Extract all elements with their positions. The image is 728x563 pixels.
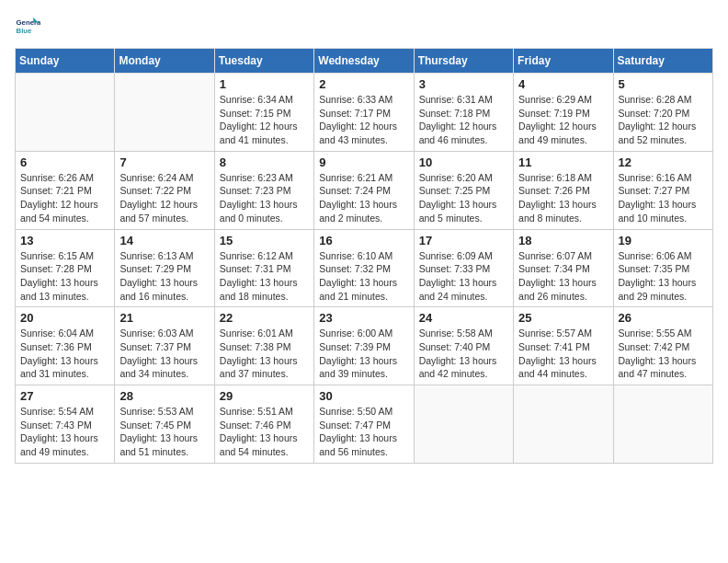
calendar-cell: 11Sunrise: 6:18 AM Sunset: 7:26 PM Dayli… [514,151,613,229]
calendar-cell: 3Sunrise: 6:31 AM Sunset: 7:18 PM Daylig… [414,74,513,152]
calendar-cell: 22Sunrise: 6:01 AM Sunset: 7:38 PM Dayli… [214,307,313,385]
calendar-cell: 30Sunrise: 5:50 AM Sunset: 7:47 PM Dayli… [314,385,414,464]
day-number: 28 [119,389,209,403]
calendar-cell: 21Sunrise: 6:03 AM Sunset: 7:37 PM Dayli… [115,307,214,385]
day-info: Sunrise: 5:53 AM Sunset: 7:45 PM Dayligh… [119,405,209,459]
calendar-week-row: 27Sunrise: 5:54 AM Sunset: 7:43 PM Dayli… [16,385,713,464]
day-header-saturday: Saturday [613,49,712,74]
day-number: 12 [619,155,708,169]
calendar-cell: 9Sunrise: 6:21 AM Sunset: 7:24 PM Daylig… [314,151,414,229]
calendar-cell: 29Sunrise: 5:51 AM Sunset: 7:46 PM Dayli… [214,385,313,464]
day-info: Sunrise: 6:21 AM Sunset: 7:24 PM Dayligh… [319,171,408,225]
day-number: 11 [518,155,608,169]
calendar-cell: 28Sunrise: 5:53 AM Sunset: 7:45 PM Dayli… [115,385,214,464]
day-number: 29 [220,389,309,403]
day-info: Sunrise: 6:33 AM Sunset: 7:17 PM Dayligh… [319,93,408,147]
calendar-cell: 19Sunrise: 6:06 AM Sunset: 7:35 PM Dayli… [613,229,712,307]
day-number: 14 [119,234,209,247]
day-info: Sunrise: 6:24 AM Sunset: 7:22 PM Dayligh… [119,171,209,225]
day-number: 2 [319,77,408,91]
logo: General Blue [15,15,44,40]
day-number: 18 [518,234,608,247]
day-number: 9 [319,155,408,169]
calendar-cell [115,74,214,152]
day-info: Sunrise: 6:20 AM Sunset: 7:25 PM Dayligh… [419,171,508,225]
day-number: 27 [20,389,109,403]
calendar-week-row: 20Sunrise: 6:04 AM Sunset: 7:36 PM Dayli… [16,307,713,385]
calendar-cell: 7Sunrise: 6:24 AM Sunset: 7:22 PM Daylig… [115,151,214,229]
day-info: Sunrise: 6:10 AM Sunset: 7:32 PM Dayligh… [319,249,408,304]
day-number: 15 [220,234,309,247]
day-number: 3 [419,77,508,91]
day-number: 23 [319,311,408,325]
calendar-cell [414,385,513,464]
day-number: 20 [20,311,109,325]
day-info: Sunrise: 5:55 AM Sunset: 7:42 PM Dayligh… [619,327,708,381]
day-number: 1 [220,77,309,91]
day-info: Sunrise: 6:04 AM Sunset: 7:36 PM Dayligh… [20,327,109,381]
calendar-cell [16,74,115,152]
calendar-week-row: 1Sunrise: 6:34 AM Sunset: 7:15 PM Daylig… [16,74,713,152]
day-info: Sunrise: 6:09 AM Sunset: 7:33 PM Dayligh… [419,249,508,304]
day-info: Sunrise: 6:29 AM Sunset: 7:19 PM Dayligh… [518,93,608,147]
day-info: Sunrise: 6:13 AM Sunset: 7:29 PM Dayligh… [119,249,209,304]
day-number: 21 [119,311,209,325]
svg-text:Blue: Blue [17,27,33,35]
day-number: 4 [518,77,608,91]
day-header-tuesday: Tuesday [214,49,313,74]
day-number: 13 [20,234,109,247]
day-info: Sunrise: 6:07 AM Sunset: 7:34 PM Dayligh… [518,249,608,304]
day-header-monday: Monday [115,49,214,74]
day-info: Sunrise: 6:23 AM Sunset: 7:23 PM Dayligh… [220,171,309,225]
day-info: Sunrise: 6:28 AM Sunset: 7:20 PM Dayligh… [619,93,708,147]
day-header-thursday: Thursday [414,49,513,74]
day-info: Sunrise: 6:06 AM Sunset: 7:35 PM Dayligh… [619,249,708,304]
calendar-cell: 18Sunrise: 6:07 AM Sunset: 7:34 PM Dayli… [514,229,613,307]
calendar-cell: 12Sunrise: 6:16 AM Sunset: 7:27 PM Dayli… [613,151,712,229]
day-header-friday: Friday [514,49,613,74]
day-number: 6 [20,155,109,169]
day-number: 19 [619,234,708,247]
calendar-cell [613,385,712,464]
day-info: Sunrise: 6:18 AM Sunset: 7:26 PM Dayligh… [518,171,608,225]
calendar-cell: 2Sunrise: 6:33 AM Sunset: 7:17 PM Daylig… [314,74,414,152]
day-info: Sunrise: 6:16 AM Sunset: 7:27 PM Dayligh… [619,171,708,225]
day-info: Sunrise: 6:26 AM Sunset: 7:21 PM Dayligh… [20,171,109,225]
calendar-cell: 16Sunrise: 6:10 AM Sunset: 7:32 PM Dayli… [314,229,414,307]
day-info: Sunrise: 6:01 AM Sunset: 7:38 PM Dayligh… [220,327,309,381]
day-number: 8 [220,155,309,169]
day-info: Sunrise: 6:34 AM Sunset: 7:15 PM Dayligh… [220,93,309,147]
day-info: Sunrise: 6:00 AM Sunset: 7:39 PM Dayligh… [319,327,408,381]
calendar-cell: 23Sunrise: 6:00 AM Sunset: 7:39 PM Dayli… [314,307,414,385]
day-number: 25 [518,311,608,325]
calendar-cell: 25Sunrise: 5:57 AM Sunset: 7:41 PM Dayli… [514,307,613,385]
day-info: Sunrise: 6:15 AM Sunset: 7:28 PM Dayligh… [20,249,109,304]
calendar-cell: 8Sunrise: 6:23 AM Sunset: 7:23 PM Daylig… [214,151,313,229]
day-number: 5 [619,77,708,91]
calendar-header-row: SundayMondayTuesdayWednesdayThursdayFrid… [16,49,713,74]
calendar-cell: 24Sunrise: 5:58 AM Sunset: 7:40 PM Dayli… [414,307,513,385]
day-number: 22 [220,311,309,325]
day-info: Sunrise: 6:03 AM Sunset: 7:37 PM Dayligh… [119,327,209,381]
calendar-cell: 15Sunrise: 6:12 AM Sunset: 7:31 PM Dayli… [214,229,313,307]
calendar-cell: 5Sunrise: 6:28 AM Sunset: 7:20 PM Daylig… [613,74,712,152]
day-number: 16 [319,234,408,247]
day-number: 7 [119,155,209,169]
page-header: General Blue [15,15,713,40]
day-info: Sunrise: 5:51 AM Sunset: 7:46 PM Dayligh… [220,405,309,459]
calendar-cell: 6Sunrise: 6:26 AM Sunset: 7:21 PM Daylig… [16,151,115,229]
day-info: Sunrise: 5:58 AM Sunset: 7:40 PM Dayligh… [419,327,508,381]
calendar-cell: 20Sunrise: 6:04 AM Sunset: 7:36 PM Dayli… [16,307,115,385]
day-number: 24 [419,311,508,325]
calendar-cell: 17Sunrise: 6:09 AM Sunset: 7:33 PM Dayli… [414,229,513,307]
calendar-cell [514,385,613,464]
day-header-sunday: Sunday [16,49,115,74]
day-info: Sunrise: 6:31 AM Sunset: 7:18 PM Dayligh… [419,93,508,147]
logo-icon: General Blue [15,15,40,40]
day-info: Sunrise: 5:54 AM Sunset: 7:43 PM Dayligh… [20,405,109,459]
calendar-week-row: 6Sunrise: 6:26 AM Sunset: 7:21 PM Daylig… [16,151,713,229]
day-number: 26 [619,311,708,325]
calendar-cell: 1Sunrise: 6:34 AM Sunset: 7:15 PM Daylig… [214,74,313,152]
calendar-cell: 4Sunrise: 6:29 AM Sunset: 7:19 PM Daylig… [514,74,613,152]
day-number: 10 [419,155,508,169]
